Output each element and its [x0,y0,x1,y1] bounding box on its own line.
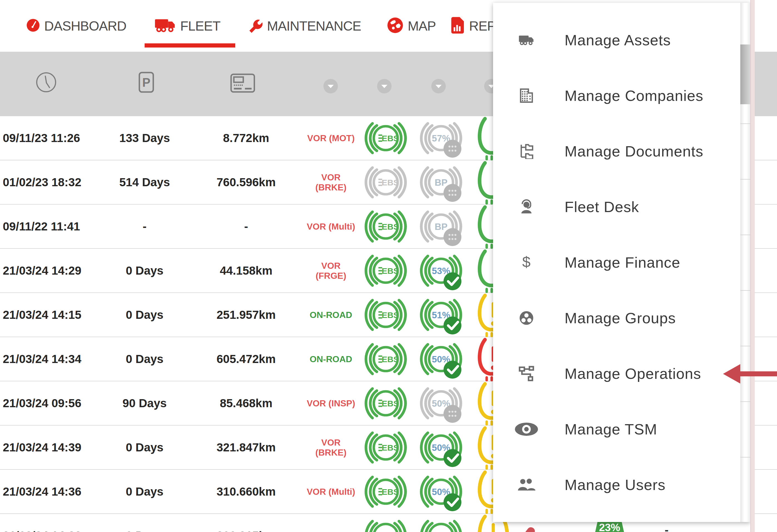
cell-odometer: 321.847km [195,425,298,469]
cell-last-report: 09/11/22 11:41 [1,205,114,248]
days-value: 0 Days [126,353,163,366]
last-report-time: 21/03/24 14:29 [3,264,82,277]
last-report-time: 21/03/24 14:36 [3,485,82,498]
truck-icon [515,34,538,46]
dollar-icon: $ [515,255,538,270]
brake-pad-lamp-icon: 51% [419,293,463,337]
menu-item-divider [740,346,750,346]
brake-pad-lamp-icon: 50% [419,514,463,532]
cell-last-report: 21/03/24 14:36 [1,470,114,513]
status-badge: VOR(FRGE) [316,261,346,281]
cell-odometer: 310.660km [195,470,298,513]
cell-days: 0 Days [111,514,178,532]
svg-text:EBS: EBS [381,399,399,408]
ebs-lamp-icon: EBS [363,425,408,469]
menu-item-divider [740,123,750,124]
cell-odometer: 8.772km [195,116,298,160]
cell-status: ON-ROAD [295,293,367,337]
cell-days: 90 Days [111,381,178,425]
odometer-value: 8.772km [223,131,269,145]
svg-text:EBS: EBS [381,355,399,364]
cell-days: - [111,205,178,248]
brake-pad-lamp-icon: 50% [419,470,463,513]
last-report-time: 21/03/24 14:15 [3,308,82,321]
menu-item-manage-companies[interactable]: Manage Companies [493,68,738,123]
cell-last-report: 01/02/23 18:32 [1,160,114,204]
ebs-lamp-icon: EBS [363,160,408,204]
status-badge: VOR (Multi) [307,222,355,232]
menu-item-label: Manage Users [565,476,665,493]
brake-pad-lamp-icon: 50% [419,381,463,425]
brake-pad-lamp-icon: BP [419,205,463,248]
cell-status: VOR (MOT) [295,116,367,160]
menu-item-manage-finance[interactable]: $Manage Finance [493,235,738,290]
cell-last-report: 21/03/24 14:29 [1,249,114,292]
clock-icon [35,72,57,93]
tab-maintenance[interactable]: MAINTENANCE [247,0,361,52]
cell-last-report: 09/11/23 11:26 [1,116,114,160]
page-scrollbar[interactable] [750,0,755,532]
days-value: 0 Days [126,264,163,277]
menu-item-manage-documents[interactable]: Manage Documents [493,123,738,179]
status-badge: VOR (INSP) [307,398,355,408]
svg-text:BP: BP [435,177,447,187]
column-filter-chevron-icon[interactable] [431,79,446,94]
column-filter-chevron-icon[interactable] [377,79,392,94]
svg-text:$: $ [522,255,531,270]
menu-scrollbar-thumb[interactable] [740,44,750,104]
tyre-icon-partial [516,526,537,532]
ebs-lamp-icon: EBS [363,249,408,292]
cell-status: VOR(BRKE) [295,160,367,204]
cell-days: 133 Days [111,116,178,160]
menu-item-divider [740,401,750,402]
menu-item-label: Manage TSM [565,420,657,438]
fleet-app-screen: DASHBOARDFLEETMAINTENANCEMAPREPORTS P 09… [0,0,777,532]
empty-value-dash: - [665,523,669,532]
menu-item-label: Manage Documents [565,143,703,160]
odometer-value: 760.596km [217,176,276,189]
odometer-value: 44.158km [220,264,272,277]
menu-item-manage-groups[interactable]: Manage Groups [493,290,738,346]
odometer-value: 251.957km [217,308,276,321]
cell-last-report: 21/03/24 14:39 [1,425,114,469]
cell-odometer: - [195,205,298,248]
odometer-value: 310.660km [217,485,276,498]
nav-label: MAINTENANCE [267,18,361,34]
svg-text:EBS: EBS [381,133,399,143]
last-report-time: 21/03/24 14:32 [3,529,82,532]
tab-map[interactable]: MAP [387,0,436,52]
cell-last-report: 21/03/24 09:56 [1,381,114,425]
menu-item-label: Fleet Desk [565,198,639,216]
last-report-time: 09/11/22 11:41 [3,220,80,233]
documents-tree-icon [515,143,538,159]
tab-dashboard[interactable]: DASHBOARD [26,0,126,52]
menu-item-fleet-desk[interactable]: Fleet Desk [493,179,738,235]
ebs-lamp-icon: EBS [363,116,408,160]
cell-status: VOR(BRKE) [295,425,367,469]
menu-item-manage-operations[interactable]: Manage Operations [493,346,738,401]
menu-item-manage-users[interactable]: Manage Users [493,457,738,513]
globe-icon [387,17,403,34]
nav-label: DASHBOARD [44,18,126,34]
cell-days: 0 Days [111,337,178,381]
last-report-time: 09/11/23 11:26 [3,131,80,145]
days-value: 0 Days [126,529,163,532]
cell-status: ON-ROAD [295,337,367,381]
menu-item-label: Manage Operations [565,365,701,382]
cell-days: 0 Days [111,293,178,337]
odometer-value: 321.847km [217,441,276,454]
status-badge: ON-ROAD [310,310,352,320]
cell-status: VOR (Multi) [295,470,367,513]
menu-scrollbar-track[interactable] [740,3,750,522]
cell-last-report: 21/03/24 14:34 [1,337,114,381]
menu-item-manage-tsm[interactable]: Manage TSM [493,401,738,457]
svg-text:EBS: EBS [381,222,399,231]
status-badge: VOR(BRKE) [315,172,346,192]
column-filter-chevron-icon[interactable] [323,79,338,94]
ebs-lamp-icon: EBS [363,514,408,532]
svg-text:EBS: EBS [381,487,399,496]
ebs-lamp-icon: EBS [363,293,408,337]
menu-item-manage-assets[interactable]: Manage Assets [493,12,738,68]
last-report-time: 21/03/24 14:34 [3,353,82,366]
tab-fleet[interactable]: FLEET [154,0,220,52]
